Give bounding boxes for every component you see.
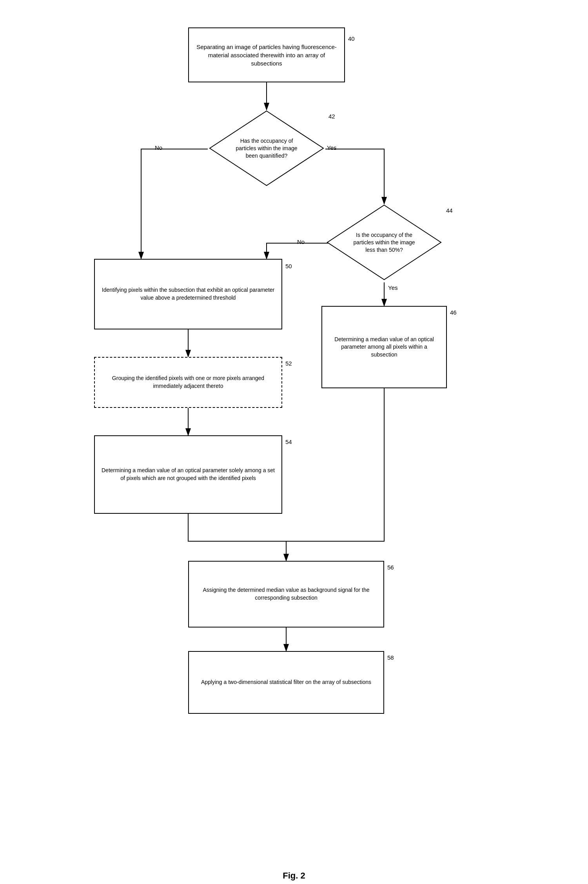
flowchart: Separating an image of particles having … — [78, 16, 510, 859]
box-54: Determining a median value of an optical… — [94, 435, 282, 514]
step-40: 40 — [348, 35, 355, 42]
diamond2-no-label: No — [297, 238, 305, 245]
step-44: 44 — [446, 207, 453, 214]
diamond1-yes-label: Yes — [327, 144, 336, 151]
box-58: Applying a two-dimensional statistical f… — [188, 651, 384, 714]
svg-marker-7 — [210, 111, 323, 186]
box-50: Identifying pixels within the subsection… — [94, 259, 282, 329]
step-50: 50 — [285, 263, 292, 269]
box-56: Assigning the determined median value as… — [188, 561, 384, 628]
step-46: 46 — [450, 309, 457, 316]
fig-caption: Fig. 2 — [283, 871, 305, 881]
box-46: Determining a median value of an optical… — [321, 306, 447, 388]
step-58: 58 — [387, 654, 394, 661]
diamond2-yes-label: Yes — [388, 284, 397, 291]
step-54: 54 — [285, 438, 292, 445]
step-52: 52 — [285, 360, 292, 367]
step-42: 42 — [328, 113, 335, 120]
diamond1: Has the occupancy of particles within th… — [208, 109, 325, 187]
diamond1-no-label: No — [155, 144, 162, 151]
box-start: Separating an image of particles having … — [188, 27, 345, 82]
diamond2: Is the occupancy of the particles within… — [325, 203, 443, 282]
svg-marker-8 — [327, 205, 441, 280]
step-56: 56 — [387, 564, 394, 571]
box-52: Grouping the identified pixels with one … — [94, 357, 282, 408]
